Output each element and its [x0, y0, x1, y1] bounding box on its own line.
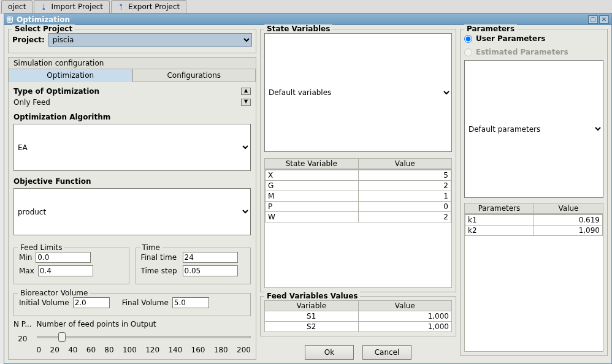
table-row[interactable]: P0 [266, 202, 451, 212]
feed-points-long-label: Number of feed points in Output [37, 320, 156, 328]
simulation-config-tabs: Simulation configuration Optimization Co… [8, 57, 256, 360]
type-spin-down[interactable]: ▼ [241, 99, 251, 106]
type-of-optimization-value: Only Feed [13, 98, 50, 107]
opt-algorithm-label: Optimization Algorithm [13, 113, 251, 121]
app-toolbar: oject ⭳Import Project ⭱Export Project [0, 0, 612, 13]
state-variables-select[interactable]: Default variables [264, 33, 452, 152]
feed-variables-group: Feed Variables Values VariableValue S11,… [260, 296, 456, 336]
select-project-legend: Select Project [12, 25, 75, 33]
project-label: Project: [12, 36, 45, 44]
opt-algorithm-select[interactable]: EA [13, 124, 251, 171]
import-icon: ⭳ [40, 3, 47, 11]
feed-limits-group: Feed Limits Min Max [13, 248, 129, 284]
objective-function-select[interactable]: product [13, 188, 251, 235]
state-variables-table[interactable]: X5G2M1P0W2 [265, 170, 451, 222]
slider-ticks: 020406080100120140160180200 [37, 346, 251, 354]
parameters-table[interactable]: k10.619k21,090 [465, 214, 603, 236]
table-row[interactable]: X5 [266, 170, 451, 181]
final-time-input[interactable] [183, 252, 238, 263]
state-variables-table-header: State VariableValue [264, 158, 452, 169]
toolbar-tab-import-project[interactable]: ⭳Import Project [34, 0, 110, 13]
table-row[interactable]: G2 [266, 181, 451, 191]
type-spin-up[interactable]: ▲ [241, 88, 251, 95]
project-select[interactable]: piscia [48, 33, 252, 47]
cancel-button[interactable]: Cancel [362, 345, 411, 360]
time-group: Time Final time Time step [136, 248, 251, 284]
toolbar-tab-project-fragment[interactable]: oject [1, 0, 33, 13]
final-volume-input[interactable] [172, 297, 209, 308]
bioreactor-volume-group: Bioreactor Volume Initial Volume Final V… [13, 293, 251, 316]
feed-points-value: 20 [18, 335, 27, 343]
select-project-group: Select Project Project: piscia [8, 29, 256, 53]
sim-config-label: Simulation configuration [9, 58, 256, 69]
tab-optimization[interactable]: Optimization [9, 69, 132, 82]
parameters-table-header: ParametersValue [464, 203, 603, 214]
toolbar-tab-export-project[interactable]: ⭱Export Project [111, 0, 186, 13]
close-button[interactable]: ✕ [599, 15, 609, 24]
table-row[interactable]: k10.619 [465, 215, 603, 226]
time-step-input[interactable] [183, 265, 238, 276]
optimization-window: Optimization ▢ ✕ Select Project Project:… [4, 13, 612, 364]
export-icon: ⭱ [118, 3, 124, 11]
type-of-optimization-label: Type of Optimization [13, 87, 99, 96]
radio-estimated-parameters[interactable]: Estimated Parameters [464, 48, 603, 56]
objective-function-label: Objective Function [13, 177, 251, 186]
state-variables-group: State Variables Default variables State … [260, 29, 456, 292]
table-row[interactable]: S11,000 [265, 311, 452, 322]
parameters-group: Parameters User Parameters Estimated Par… [460, 29, 608, 356]
tab-configurations[interactable]: Configurations [132, 69, 256, 82]
feed-points-short-label: N P... [13, 320, 32, 328]
feed-max-input[interactable] [38, 265, 93, 276]
feed-points-slider[interactable] [37, 331, 251, 344]
initial-volume-input[interactable] [73, 297, 110, 308]
ok-button[interactable]: Ok [305, 345, 354, 360]
window-title: Optimization [17, 15, 70, 24]
titlebar[interactable]: Optimization ▢ ✕ [4, 14, 611, 25]
table-row[interactable]: W2 [266, 212, 451, 222]
radio-user-parameters[interactable]: User Parameters [464, 34, 603, 43]
feed-points-slider-group: N P... 20 Number of feed points in Outpu… [13, 320, 251, 354]
feed-variables-table[interactable]: VariableValue S11,000S21,000 [264, 300, 452, 332]
window-icon [7, 17, 13, 23]
table-row[interactable]: k21,090 [465, 226, 603, 236]
maximize-button[interactable]: ▢ [588, 15, 598, 24]
table-row[interactable]: S21,000 [265, 322, 452, 332]
parameters-select[interactable]: Default parameters [464, 60, 603, 198]
table-row[interactable]: M1 [266, 191, 451, 202]
feed-min-input[interactable] [36, 252, 91, 263]
